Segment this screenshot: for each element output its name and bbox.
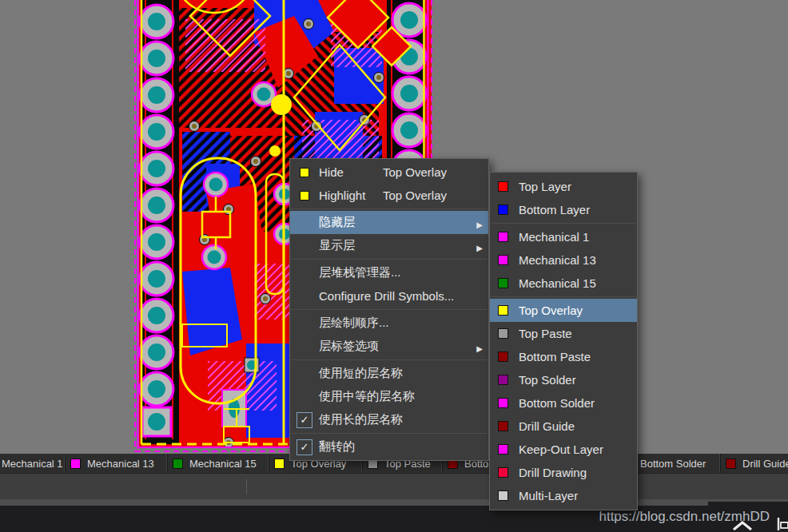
- menu-separator: [291, 259, 488, 260]
- menu-item-hide-layers[interactable]: 隐藏层: [290, 211, 488, 234]
- menu-gutter: [290, 412, 319, 428]
- status-bar-divider: [246, 479, 247, 494]
- layer-color-icon: [498, 305, 508, 316]
- tab-drill-guide[interactable]: Drill Guide: [720, 454, 788, 473]
- layer-color-icon: [498, 278, 508, 288]
- menu-separator: [491, 223, 636, 224]
- submenu-item-mechanical-13[interactable]: Mechanical 13: [490, 248, 637, 272]
- layer-color-icon: [498, 181, 508, 192]
- menu-item-layer-tab-options[interactable]: 层标签选项: [290, 335, 488, 358]
- submenu-item-bottom-paste[interactable]: Bottom Paste: [490, 345, 637, 368]
- tab-mechanical-15[interactable]: Mechanical 15: [167, 454, 269, 473]
- menu-item-layer-stack-manager[interactable]: 层堆栈管理器...: [290, 261, 488, 284]
- chevron-up-icon: [731, 519, 754, 532]
- submenu-item-bottom-solder[interactable]: Bottom Solder: [490, 391, 637, 415]
- layer-color-icon: [274, 459, 285, 469]
- layer-color-icon: [498, 375, 508, 385]
- layer-color-icon: [498, 467, 508, 478]
- submenu-item-drill-drawing[interactable]: Drill Drawing: [490, 461, 637, 484]
- checkmark-icon: [296, 439, 312, 455]
- layer-color-icon: [498, 328, 508, 339]
- menu-item-long-layer-names[interactable]: 使用长的层名称: [290, 408, 488, 431]
- submenu-item-keep-out-layer[interactable]: Keep-Out Layer: [490, 438, 637, 461]
- menu-gutter: [290, 168, 319, 177]
- menu-separator: [291, 433, 488, 434]
- menu-separator: [291, 359, 488, 360]
- submenu-item-top-layer[interactable]: Top Layer: [490, 175, 637, 198]
- menu-separator: [291, 208, 488, 209]
- layer-color-icon: [70, 459, 81, 469]
- submenu-item-top-overlay[interactable]: Top Overlay: [490, 299, 637, 322]
- tab-mechanical-1[interactable]: Mechanical 1: [0, 454, 65, 473]
- checkmark-icon: [296, 412, 312, 428]
- layer-color-icon: [498, 444, 508, 455]
- layer-color-icon: [173, 459, 183, 469]
- menu-gutter: [290, 439, 319, 455]
- submenu-item-mechanical-1[interactable]: Mechanical 1: [490, 225, 637, 248]
- panel-edge-strip: [0, 499, 788, 506]
- layer-context-menu: Hide Top Overlay Highlight Top Overlay 隐…: [289, 158, 489, 461]
- menu-separator: [491, 296, 636, 297]
- layer-color-swatch-icon: [300, 191, 309, 200]
- layer-color-icon: [726, 459, 736, 469]
- menu-item-short-layer-names[interactable]: 使用短的层名称: [290, 362, 488, 385]
- layer-color-icon: [498, 232, 508, 242]
- submenu-arrow-icon: [476, 239, 483, 252]
- layer-color-icon: [498, 398, 508, 408]
- layer-color-icon: [498, 421, 508, 431]
- layer-color-icon: [498, 490, 508, 501]
- menu-item-hide[interactable]: Hide Top Overlay: [290, 161, 488, 184]
- menu-item-show-layers[interactable]: 显示层: [290, 234, 488, 257]
- submenu-item-bottom-layer[interactable]: Bottom Layer: [490, 198, 637, 221]
- menu-item-flipped[interactable]: 翻转的: [290, 435, 488, 459]
- submenu-item-top-solder[interactable]: Top Solder: [490, 368, 637, 391]
- submenu-item-mechanical-15[interactable]: Mechanical 15: [490, 272, 637, 295]
- submenu-item-multi-layer[interactable]: Multi-Layer: [490, 484, 637, 507]
- submenu-arrow-icon: [476, 339, 483, 353]
- layer-color-swatch-icon: [300, 168, 309, 177]
- layer-color-icon: [498, 204, 508, 215]
- menu-separator: [291, 309, 488, 310]
- menu-item-medium-layer-names[interactable]: 使用中等的层名称: [290, 385, 488, 408]
- submenu-item-drill-guide[interactable]: Drill Guide: [490, 415, 637, 438]
- status-bar: [0, 473, 788, 499]
- layer-color-icon: [498, 351, 508, 362]
- tab-mechanical-13[interactable]: Mechanical 13: [65, 454, 167, 473]
- menu-item-highlight[interactable]: Highlight Top Overlay: [290, 184, 488, 207]
- menu-item-configure-drill-symbols[interactable]: Configure Drill Symbols...: [290, 284, 488, 308]
- pen-cursor-icon: [772, 516, 788, 532]
- submenu-arrow-icon: [476, 216, 483, 229]
- layer-color-icon: [498, 255, 508, 265]
- hide-layers-submenu: Top Layer Bottom Layer Mechanical 1 Mech…: [489, 172, 638, 510]
- submenu-item-top-paste[interactable]: Top Paste: [490, 322, 637, 345]
- menu-item-layer-draw-order[interactable]: 层绘制顺序...: [290, 312, 488, 335]
- menu-gutter: [290, 191, 319, 200]
